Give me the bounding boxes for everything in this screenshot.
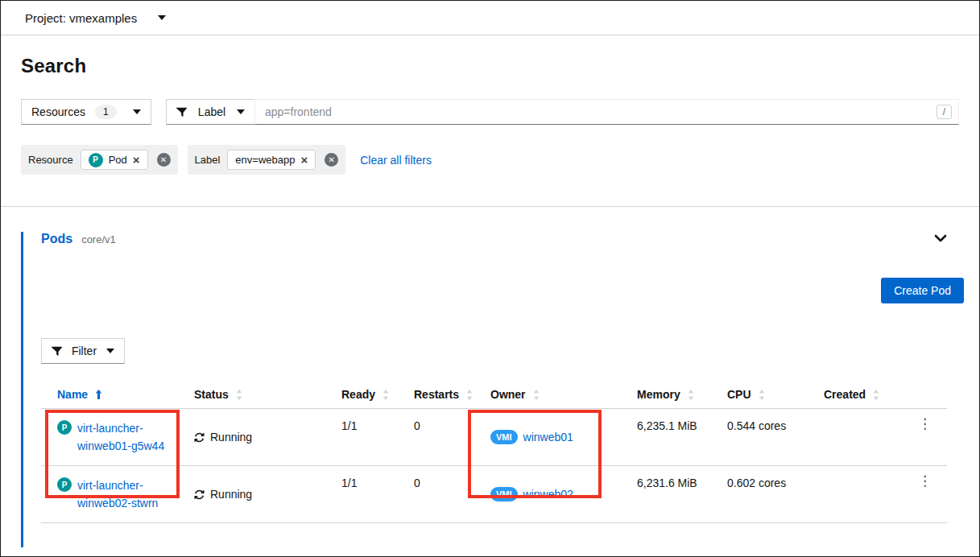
column-header-owner[interactable]: Owner	[490, 382, 637, 408]
pod-badge: P	[57, 477, 72, 492]
table-row: P virt-launcher-winweb02-stwrn Running 1…	[41, 466, 947, 523]
resources-dropdown-label: Resources	[31, 105, 85, 118]
pod-restarts-cell: 0	[414, 409, 490, 465]
pod-cpu-cell: 0.602 cores	[727, 466, 824, 522]
table-header: Name Status Ready Restarts	[41, 382, 947, 409]
page-title: Search	[21, 55, 979, 77]
keyboard-shortcut-hint: /	[937, 105, 952, 119]
sort-icon	[688, 390, 694, 400]
sort-icon	[466, 390, 473, 400]
app-window: Project: vmexamples Search Resources 1 L…	[0, 0, 980, 557]
pod-memory-cell: 6,231.6 MiB	[637, 466, 727, 522]
pod-owner-cell: VMI winweb01	[490, 409, 637, 465]
label-filter-chip: env=webapp ×	[227, 150, 316, 170]
column-header-name[interactable]: Name	[41, 382, 194, 408]
project-selector-label: Project: vmexamples	[25, 11, 137, 25]
resources-count-badge: 1	[95, 105, 117, 119]
remove-chip-button[interactable]: ×	[300, 154, 308, 166]
pods-table: Name Status Ready Restarts	[41, 382, 947, 523]
pods-api-version: core/v1	[81, 233, 116, 245]
column-header-status[interactable]: Status	[194, 382, 341, 408]
owner-link[interactable]: winweb01	[523, 431, 573, 444]
row-actions-cell: ⋮	[911, 409, 947, 465]
filter-icon	[52, 346, 62, 357]
clear-label-group-button[interactable]: ✕	[325, 153, 338, 167]
chevron-down-icon	[106, 349, 114, 353]
pod-ready-cell: 1/1	[341, 409, 414, 465]
clear-all-filters-link[interactable]: Clear all filters	[360, 154, 432, 167]
chevron-down-icon	[158, 15, 166, 20]
pod-created-cell	[824, 409, 911, 465]
sort-icon	[873, 390, 879, 400]
project-bar: Project: vmexamples	[1, 1, 979, 35]
pods-section-header: Pods core/v1	[41, 232, 979, 246]
clear-resource-group-button[interactable]: ✕	[157, 153, 171, 167]
pods-section: Pods core/v1 Create Pod Filter Name	[21, 232, 979, 547]
column-header-created[interactable]: Created	[824, 382, 911, 408]
table-filter-label: Filter	[72, 345, 97, 357]
remove-chip-button[interactable]: ×	[133, 154, 140, 166]
sync-icon	[194, 489, 205, 500]
pod-cpu-cell: 0.544 cores	[727, 409, 824, 465]
vmi-badge: VMI	[490, 430, 518, 444]
pod-memory-cell: 6,235.1 MiB	[637, 409, 727, 465]
pod-owner-cell: VMI winweb02	[490, 466, 637, 522]
section-divider	[1, 206, 979, 207]
column-header-restarts[interactable]: Restarts	[414, 382, 490, 408]
resources-dropdown[interactable]: Resources 1	[21, 99, 151, 125]
kebab-menu-button[interactable]: ⋮	[918, 417, 932, 455]
pod-name-link[interactable]: virt-launcher-winweb01-g5w44	[77, 419, 176, 455]
vmi-badge: VMI	[490, 487, 518, 501]
chip-group-label: Resource	[28, 154, 73, 166]
label-type-dropdown[interactable]: Label	[166, 99, 254, 125]
table-row: P virt-launcher-winweb01-g5w44 Running 1…	[41, 409, 947, 466]
label-search-input[interactable]: app=frontend /	[254, 99, 959, 125]
pod-status-text: Running	[210, 431, 252, 444]
sync-icon	[194, 432, 205, 443]
sort-icon	[759, 390, 765, 400]
filter-icon	[176, 107, 187, 118]
pod-status-cell: Running	[194, 466, 341, 522]
collapse-section-icon[interactable]	[934, 232, 947, 245]
label-chip-group: Label env=webapp × ✕	[188, 145, 346, 175]
create-pod-button[interactable]: Create Pod	[881, 278, 964, 303]
pod-restarts-cell: 0	[414, 466, 490, 522]
active-filters-row: Resource P Pod × ✕ Label env=webapp × ✕ …	[21, 145, 979, 175]
sort-icon	[533, 390, 540, 400]
sort-icon	[382, 390, 389, 400]
kebab-menu-button[interactable]: ⋮	[918, 474, 932, 512]
pod-badge: P	[89, 153, 103, 167]
pod-status-text: Running	[210, 488, 252, 501]
pods-section-title[interactable]: Pods	[41, 232, 72, 246]
column-header-ready[interactable]: Ready	[341, 382, 414, 408]
pod-created-cell	[824, 466, 911, 522]
chip-label: env=webapp	[235, 154, 295, 166]
search-toolbar: Resources 1 Label app=frontend /	[21, 99, 959, 125]
chip-group-label: Label	[195, 154, 221, 166]
pod-status-cell: Running	[194, 409, 341, 465]
project-selector[interactable]: Project: vmexamples	[25, 11, 166, 25]
column-header-cpu[interactable]: CPU	[727, 382, 824, 408]
column-header-memory[interactable]: Memory	[637, 382, 727, 408]
chevron-down-icon	[133, 109, 141, 114]
pod-name-cell: P virt-launcher-winweb02-stwrn	[41, 466, 194, 522]
chip-label: Pod	[109, 154, 127, 166]
chevron-down-icon	[237, 109, 245, 114]
sort-ascending-icon	[95, 389, 102, 400]
pod-badge: P	[57, 420, 72, 435]
sort-icon	[236, 390, 242, 400]
table-filter-dropdown[interactable]: Filter	[41, 338, 125, 364]
label-filter-group: Label app=frontend /	[166, 99, 959, 125]
pod-name-cell: P virt-launcher-winweb01-g5w44	[41, 409, 194, 465]
label-type-dropdown-label: Label	[198, 105, 225, 118]
pod-ready-cell: 1/1	[341, 466, 414, 522]
resource-chip-group: Resource P Pod × ✕	[21, 145, 178, 175]
column-header-actions	[911, 382, 947, 408]
table-body: P virt-launcher-winweb01-g5w44 Running 1…	[41, 409, 947, 523]
label-search-placeholder: app=frontend	[265, 105, 332, 118]
row-actions-cell: ⋮	[911, 466, 947, 522]
pod-filter-chip: P Pod ×	[81, 150, 148, 170]
owner-link[interactable]: winweb02	[523, 488, 573, 501]
pod-name-link[interactable]: virt-launcher-winweb02-stwrn	[77, 477, 176, 512]
